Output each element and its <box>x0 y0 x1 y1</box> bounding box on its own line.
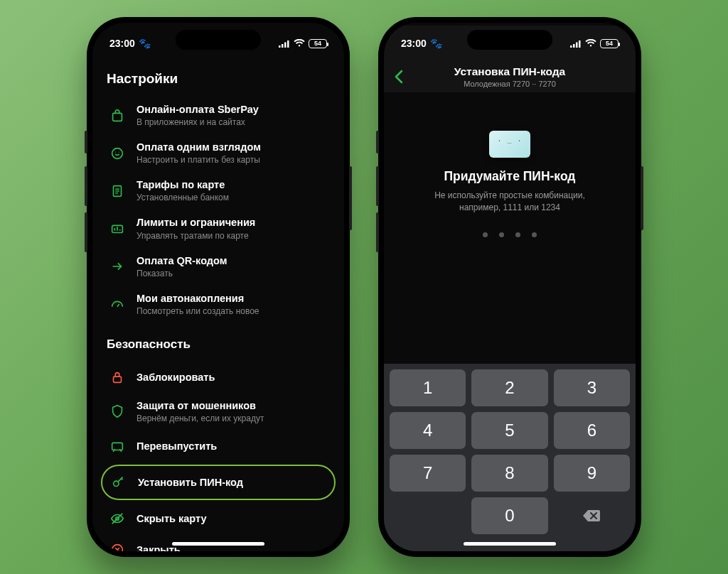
svg-rect-16 <box>573 44 575 48</box>
pin-dot <box>515 232 520 237</box>
pin-dot <box>532 232 537 237</box>
pin-heading: Придумайте ПИН-код <box>444 169 576 184</box>
pin-prompt: Придумайте ПИН-код Не используйте просты… <box>384 92 636 364</box>
power-button <box>641 166 643 230</box>
row-limits[interactable]: Лимиты и ограничения Управлять тратами п… <box>105 210 331 247</box>
volume-button <box>376 166 379 206</box>
row-title: Тарифы по карте <box>136 178 229 191</box>
status-time: 23:00 <box>109 38 135 49</box>
row-title: Лимиты и ограничения <box>136 216 255 229</box>
row-reissue[interactable]: Перевыпустить <box>105 430 331 462</box>
row-autosavings[interactable]: Мои автонакопления Посмотреть или создат… <box>105 286 331 323</box>
pin-dots <box>483 232 537 237</box>
document-icon <box>108 182 127 200</box>
svg-rect-17 <box>576 42 578 48</box>
volume-button <box>85 131 87 153</box>
cell-icon <box>570 40 582 48</box>
pin-desc-line2: например, 1111 или 1234 <box>459 202 560 212</box>
row-sub: Управлять тратами по карте <box>136 231 255 242</box>
cell-icon <box>279 40 290 48</box>
key-3[interactable]: 3 <box>554 369 630 406</box>
shield-icon <box>108 402 127 421</box>
eye-off-icon <box>108 509 127 528</box>
row-tariffs[interactable]: Тарифы по карте Установленные банком <box>105 172 331 210</box>
row-qr-pay[interactable]: Оплата QR-кодом Показать <box>105 248 331 286</box>
key-blank <box>390 497 466 534</box>
back-button[interactable] <box>394 69 414 85</box>
svg-point-7 <box>119 151 119 152</box>
row-sberpay[interactable]: Онлайн-оплата SberPay В приложениях и на… <box>105 97 331 134</box>
phone-mockup-pin: 23:00 🐾 54 Установка ПИН-кода <box>378 17 641 557</box>
paw-icon: 🐾 <box>139 38 151 49</box>
nav-title: Установка ПИН-кода <box>414 65 606 78</box>
arrow-right-icon <box>108 257 127 276</box>
limits-icon <box>108 220 127 238</box>
row-title: Оплата одним взглядом <box>136 141 261 153</box>
key-5[interactable]: 5 <box>471 412 547 449</box>
row-title: Мои автонакопления <box>136 292 259 305</box>
nav-bar: Установка ПИН-кода Молодежная 7270 ·· 72… <box>384 61 636 92</box>
row-title: Скрыть карту <box>136 512 207 525</box>
row-title: Установить ПИН-код <box>138 476 243 489</box>
volume-button <box>85 166 87 206</box>
svg-rect-10 <box>114 377 122 382</box>
volume-button <box>85 212 87 252</box>
key-4[interactable]: 4 <box>390 412 466 449</box>
dynamic-island <box>467 30 552 50</box>
key-2[interactable]: 2 <box>471 369 547 406</box>
nav-subtitle: Молодежная 7270 ·· 7270 <box>414 80 606 88</box>
close-circle-icon <box>108 541 127 551</box>
key-0[interactable]: 0 <box>471 497 547 534</box>
gauge-icon <box>108 295 127 313</box>
row-hide-card[interactable]: Скрыть карту <box>105 503 331 534</box>
settings-list[interactable]: Настройки Онлайн-оплата SberPay В прилож… <box>92 61 344 551</box>
svg-rect-11 <box>112 443 123 450</box>
row-sub: Установленные банком <box>136 193 229 203</box>
pin-dot <box>499 232 504 237</box>
key-icon <box>109 473 128 492</box>
power-button <box>349 166 352 230</box>
row-title: Перевыпустить <box>136 440 217 453</box>
row-sub: Настроить и платить без карты <box>136 155 261 166</box>
section-title-security: Безопасность <box>107 337 331 352</box>
battery-indicator: 54 <box>309 39 327 48</box>
svg-point-6 <box>115 151 116 152</box>
row-set-pin[interactable]: Установить ПИН-код <box>101 465 336 500</box>
row-title: Оплата QR-кодом <box>136 254 227 267</box>
key-8[interactable]: 8 <box>471 455 547 492</box>
status-time: 23:00 <box>401 38 427 49</box>
pin-desc-line1: Не используйте простые комбинации, <box>434 190 585 200</box>
pin-dot <box>483 232 488 237</box>
paw-icon: 🐾 <box>430 38 442 49</box>
volume-button <box>376 212 379 252</box>
row-sub: В приложениях и на сайтах <box>136 117 259 128</box>
dynamic-island <box>176 30 261 50</box>
key-6[interactable]: 6 <box>554 412 630 449</box>
lock-icon <box>108 368 127 386</box>
home-indicator[interactable] <box>172 542 264 546</box>
key-backspace[interactable] <box>554 497 630 534</box>
row-title: Онлайн-оплата SberPay <box>136 103 259 116</box>
key-9[interactable]: 9 <box>554 455 630 492</box>
svg-rect-4 <box>113 113 122 121</box>
svg-rect-0 <box>279 45 281 48</box>
svg-rect-3 <box>287 40 289 48</box>
svg-rect-1 <box>282 44 284 48</box>
row-sub: Посмотреть или создать новое <box>136 306 259 317</box>
section-title-settings: Настройки <box>107 71 331 87</box>
key-1[interactable]: 1 <box>390 369 466 406</box>
row-fraud-protection[interactable]: Защита от мошенников Вернём деньги, если… <box>105 393 331 430</box>
row-face-pay[interactable]: Оплата одним взглядом Настроить и платит… <box>105 134 331 172</box>
svg-rect-2 <box>284 42 287 48</box>
row-block[interactable]: Заблокировать <box>105 362 331 393</box>
shopping-bag-icon <box>108 107 127 125</box>
card-image <box>489 131 530 158</box>
svg-rect-15 <box>570 45 572 48</box>
phone-mockup-settings: 23:00 🐾 54 Настройки <box>87 17 350 557</box>
row-sub: Вернём деньги, если их украдут <box>136 413 264 424</box>
home-indicator[interactable] <box>464 542 556 546</box>
row-title: Заблокировать <box>136 371 215 384</box>
face-pay-icon <box>108 144 127 163</box>
key-7[interactable]: 7 <box>390 455 466 492</box>
row-title: Защита от мошенников <box>136 399 264 412</box>
